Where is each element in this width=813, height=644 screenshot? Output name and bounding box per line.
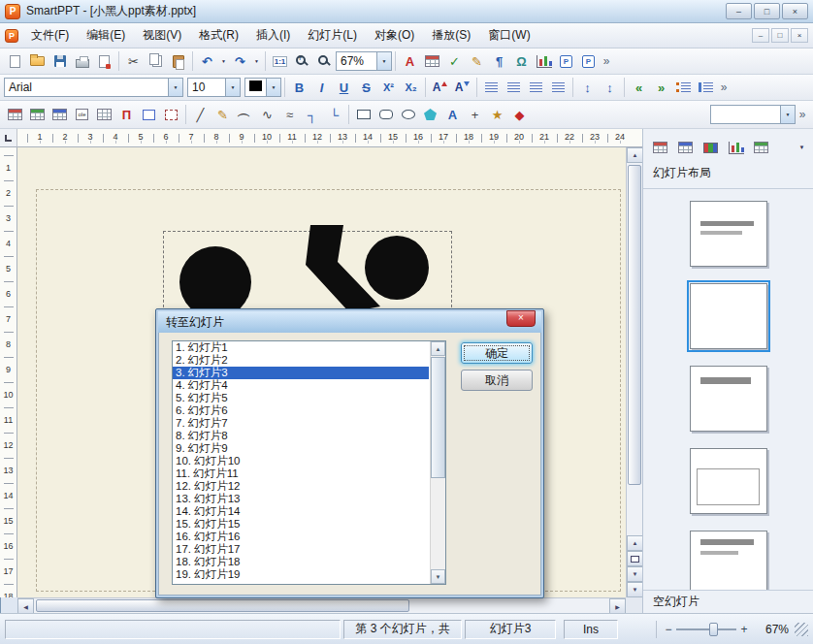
insert-ole-object-icon[interactable]: ole bbox=[71, 104, 93, 125]
menu-item[interactable]: 幻灯片(L) bbox=[299, 24, 366, 47]
toolbar-overflow-icon[interactable]: » bbox=[796, 104, 809, 125]
subscript-icon[interactable]: X₂ bbox=[400, 77, 422, 98]
slide-list-item[interactable]: 4. 幻灯片4 bbox=[173, 379, 429, 392]
slide-navigator-icon[interactable] bbox=[627, 551, 643, 566]
next-slide-icon[interactable]: ▼ bbox=[627, 566, 643, 582]
color-scheme-icon[interactable] bbox=[699, 137, 722, 158]
undo-icon[interactable]: ↶ bbox=[196, 50, 218, 72]
menu-item[interactable]: 视图(V) bbox=[134, 24, 190, 47]
bold-icon[interactable]: B bbox=[288, 77, 310, 98]
menu-item[interactable]: 窗口(W) bbox=[479, 24, 538, 47]
slide-list-item[interactable]: 5. 幻灯片5 bbox=[173, 392, 429, 404]
listbox-scrollbar[interactable]: ▲ ▼ bbox=[430, 341, 445, 584]
text-tool-icon[interactable]: A bbox=[441, 104, 464, 125]
insert-star-icon[interactable]: ★ bbox=[486, 104, 508, 125]
open-icon[interactable] bbox=[26, 50, 49, 72]
scroll-right-icon[interactable]: ▶ bbox=[609, 598, 626, 614]
panel-dropdown-icon[interactable]: ▼ bbox=[797, 137, 807, 158]
horizontal-scroll-track[interactable] bbox=[34, 598, 609, 613]
slide-layout-icon[interactable] bbox=[674, 137, 697, 158]
rectangle-tool-icon[interactable] bbox=[352, 104, 374, 125]
rounded-rectangle-tool-icon[interactable] bbox=[374, 104, 397, 125]
text-color-select[interactable]: ▼ bbox=[244, 78, 281, 97]
copy-icon[interactable] bbox=[145, 50, 167, 72]
zoom-in-button[interactable]: + bbox=[736, 622, 752, 637]
slide-list-item[interactable]: 8. 幻灯片8 bbox=[173, 430, 429, 442]
listbox-scroll-up-icon[interactable]: ▲ bbox=[431, 341, 445, 356]
insert-table-icon[interactable] bbox=[4, 104, 26, 125]
italic-icon[interactable]: I bbox=[310, 77, 333, 98]
align-left-icon[interactable] bbox=[480, 77, 503, 98]
print-icon[interactable] bbox=[71, 50, 93, 72]
tab-stop-selector-icon[interactable] bbox=[5, 135, 12, 142]
layout-thumbnail-1[interactable] bbox=[690, 201, 767, 267]
zoom-slider[interactable] bbox=[676, 620, 736, 639]
mdi-minimize-button[interactable]: – bbox=[752, 28, 769, 43]
zoom-dropdown-icon[interactable]: ▼ bbox=[376, 52, 391, 70]
horizontal-scroll-thumb[interactable] bbox=[36, 599, 409, 612]
font-name-select[interactable]: Arial ▼ bbox=[4, 78, 183, 97]
insert-matrix-icon[interactable] bbox=[93, 104, 115, 125]
cancel-button[interactable]: 取消 bbox=[461, 370, 533, 391]
slide-list-item[interactable]: 1. 幻灯片1 bbox=[173, 341, 429, 354]
vertical-scroll-thumb[interactable] bbox=[628, 165, 641, 485]
insert-picture-icon[interactable] bbox=[49, 104, 71, 125]
resize-grip[interactable] bbox=[795, 623, 808, 636]
slide-list-item[interactable]: 11. 幻灯片11 bbox=[173, 467, 429, 480]
zoom-slider-thumb[interactable] bbox=[709, 623, 718, 636]
polygon-tool-icon[interactable] bbox=[419, 104, 441, 125]
cut-icon[interactable]: ✂ bbox=[122, 50, 145, 72]
scroll-up-icon[interactable]: ▲ bbox=[627, 147, 643, 163]
slide-list-item[interactable]: 14. 幻灯片14 bbox=[173, 505, 429, 518]
slide-list-item[interactable]: 16. 幻灯片16 bbox=[173, 531, 429, 543]
slide-list-item[interactable]: 10. 幻灯片10 bbox=[173, 455, 429, 467]
style-select[interactable]: ▼ bbox=[710, 105, 796, 124]
align-right-icon[interactable] bbox=[525, 77, 547, 98]
line-spacing-increase-icon[interactable]: ↕ bbox=[576, 77, 599, 98]
previous-slide-icon[interactable]: ▲ bbox=[627, 535, 643, 551]
mdi-close-button[interactable]: × bbox=[791, 28, 808, 43]
slide-list-item[interactable]: 9. 幻灯片9 bbox=[173, 442, 429, 455]
slide-list-item[interactable]: 15. 幻灯片15 bbox=[173, 518, 429, 531]
paragraph-marks-icon[interactable]: ¶ bbox=[488, 50, 510, 72]
close-button[interactable]: × bbox=[782, 3, 808, 19]
indent-decrease-icon[interactable]: « bbox=[628, 77, 650, 98]
align-center-icon[interactable] bbox=[503, 77, 525, 98]
zoom-tool-icon[interactable] bbox=[313, 50, 336, 72]
slide-list-item[interactable]: 3. 幻灯片3 bbox=[173, 367, 429, 379]
slide-list-item[interactable]: 17. 幻灯片17 bbox=[173, 543, 429, 556]
chart-icon[interactable] bbox=[725, 137, 747, 158]
slide-list-item[interactable]: 13. 幻灯片13 bbox=[173, 493, 429, 505]
layout-thumbnail-4[interactable] bbox=[690, 448, 767, 514]
redo-icon[interactable]: ↷ bbox=[229, 50, 251, 72]
vertical-scrollbar[interactable]: ▲ ▲ ▼ ▼ bbox=[626, 147, 642, 597]
placeholder-frame-icon[interactable] bbox=[160, 104, 182, 125]
format-painter-icon[interactable]: ✎ bbox=[466, 50, 488, 72]
freehand-pen-icon[interactable]: ✎ bbox=[211, 104, 234, 125]
zoom-actual-icon[interactable]: 1:1 bbox=[269, 50, 291, 72]
align-justify-icon[interactable] bbox=[547, 77, 569, 98]
ellipse-tool-icon[interactable] bbox=[397, 104, 419, 125]
zoom-out-button[interactable]: − bbox=[661, 622, 676, 637]
redo-dropdown-icon[interactable]: ▼ bbox=[251, 50, 262, 72]
slide-design-icon[interactable] bbox=[649, 137, 671, 158]
crosshair-tool-icon[interactable]: + bbox=[464, 104, 486, 125]
maximize-button[interactable]: □ bbox=[754, 3, 780, 19]
black-circle-shape[interactable] bbox=[365, 236, 429, 300]
menu-item[interactable]: 文件(F) bbox=[22, 24, 78, 47]
font-size-dropdown-icon[interactable]: ▼ bbox=[225, 79, 240, 96]
insert-symbol-icon[interactable]: Ω bbox=[510, 50, 533, 72]
slide-list-item[interactable]: 19. 幻灯片19 bbox=[173, 568, 429, 581]
superscript-icon[interactable]: X² bbox=[377, 77, 400, 98]
slide-list-item[interactable]: 2. 幻灯片2 bbox=[173, 354, 429, 367]
paste-icon[interactable] bbox=[167, 50, 189, 72]
elbow-connector-icon[interactable]: ┐ bbox=[301, 104, 323, 125]
freeform-tool-icon[interactable]: ≈ bbox=[278, 104, 301, 125]
slide-listbox[interactable]: 1. 幻灯片12. 幻灯片23. 幻灯片34. 幻灯片45. 幻灯片56. 幻灯… bbox=[172, 340, 446, 585]
layout-thumbnail-5[interactable] bbox=[690, 531, 767, 590]
arc-tool-icon[interactable]: ( bbox=[234, 104, 256, 125]
font-color-icon[interactable]: A bbox=[399, 50, 421, 72]
bullets-icon[interactable] bbox=[672, 77, 695, 98]
insert-formula-icon[interactable]: Π bbox=[115, 104, 138, 125]
scroll-down-icon[interactable]: ▼ bbox=[627, 582, 643, 597]
